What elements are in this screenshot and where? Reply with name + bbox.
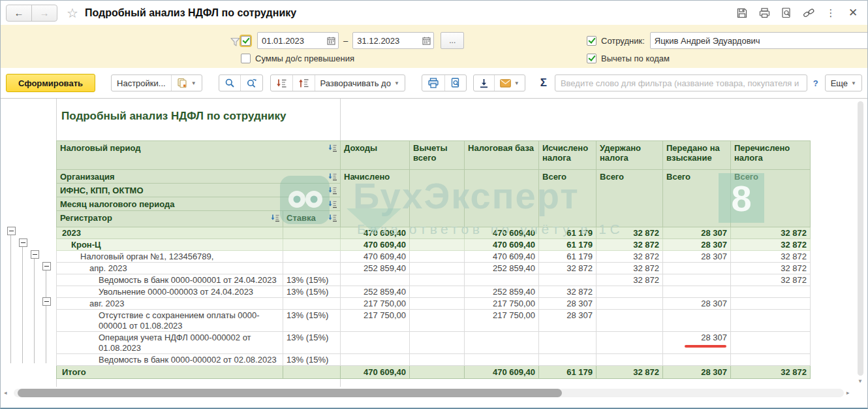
- header-accrued[interactable]: Начислено: [341, 170, 410, 227]
- cell-label[interactable]: Операция учета НДФЛ 0000-000002 от 01.08…: [57, 332, 283, 354]
- tree-collapse-button[interactable]: [19, 238, 27, 247]
- cell-transfer[interactable]: 32 872: [731, 227, 811, 239]
- cell-rate[interactable]: [283, 366, 341, 379]
- cell-base[interactable]: [465, 354, 539, 366]
- cell-income[interactable]: 252 859,40: [341, 263, 410, 274]
- cell-calc[interactable]: [539, 332, 597, 354]
- vertical-scrollbar-thumb[interactable]: [858, 101, 863, 376]
- search-next-icon[interactable]: [240, 75, 262, 91]
- cell-calc[interactable]: 28 307: [539, 310, 597, 332]
- funnel-icon[interactable]: [230, 37, 241, 50]
- employee-checkbox[interactable]: [587, 36, 597, 46]
- cell-calc[interactable]: 61 179: [539, 239, 597, 251]
- cell-withheld[interactable]: [597, 298, 663, 310]
- vscroll-down-arrow[interactable]: ▼: [858, 378, 863, 384]
- header-transferred-total[interactable]: Всего: [731, 170, 811, 227]
- period-options-button[interactable]: ...: [441, 32, 464, 49]
- cell-transfer[interactable]: [731, 332, 811, 354]
- cell-withheld[interactable]: 32 872: [597, 239, 663, 251]
- header-tax-period[interactable]: Налоговый период: [57, 141, 341, 170]
- search-icon[interactable]: [219, 75, 240, 91]
- cell-rate[interactable]: 13% (15%): [283, 274, 341, 286]
- cell-deduct[interactable]: [410, 298, 465, 310]
- cell-income[interactable]: [341, 274, 410, 286]
- header-withheld-total[interactable]: Всего: [597, 170, 663, 227]
- header-withheld[interactable]: Удержано налога: [597, 141, 663, 170]
- cell-collect[interactable]: 28 307: [663, 251, 731, 263]
- cell-calc[interactable]: 32 872: [539, 286, 597, 298]
- forward-button[interactable]: →: [31, 5, 57, 21]
- cell-deduct[interactable]: [410, 366, 465, 379]
- cell-collect[interactable]: [663, 274, 731, 286]
- print-preview-icon[interactable]: [444, 75, 466, 91]
- cell-deduct[interactable]: [410, 332, 465, 354]
- cell-rate[interactable]: 13% (15%): [283, 354, 341, 366]
- cell-transfer[interactable]: [731, 298, 811, 310]
- cell-withheld[interactable]: 32 872: [597, 251, 663, 263]
- header-empty[interactable]: [410, 170, 465, 227]
- save-icon[interactable]: [736, 7, 749, 20]
- header-empty[interactable]: [465, 170, 539, 227]
- cell-label[interactable]: Итого: [57, 366, 283, 379]
- cell-base[interactable]: 252 859,40: [465, 263, 539, 274]
- cell-collect[interactable]: 28 307: [663, 239, 731, 251]
- sort-icon[interactable]: [328, 144, 337, 154]
- cell-transfer[interactable]: 32 872: [731, 239, 811, 251]
- sort-icon[interactable]: [328, 186, 337, 197]
- cell-deduct[interactable]: [410, 263, 465, 274]
- cell-label[interactable]: 2023: [57, 227, 283, 239]
- hscroll-left-arrow[interactable]: ◂: [4, 389, 7, 396]
- cell-collect[interactable]: 28 307: [663, 227, 731, 239]
- cell-collect[interactable]: 28 307: [663, 332, 731, 354]
- calendar-icon[interactable]: [419, 37, 433, 45]
- header-month[interactable]: Месяц налогового периода: [57, 197, 341, 211]
- cell-deduct[interactable]: [410, 227, 465, 239]
- cell-withheld[interactable]: [597, 286, 663, 298]
- cell-withheld[interactable]: 32 872: [597, 227, 663, 239]
- period-checkbox[interactable]: [241, 36, 251, 46]
- cell-income[interactable]: [341, 332, 410, 354]
- header-transferred[interactable]: Перечислено налога: [731, 141, 811, 170]
- cell-collect[interactable]: [663, 354, 731, 366]
- close-icon[interactable]: ✕: [846, 7, 860, 20]
- header-rate[interactable]: Ставка: [283, 211, 341, 227]
- header-calculated-total[interactable]: Всего: [539, 170, 597, 227]
- cell-income[interactable]: 217 750,00: [341, 310, 410, 332]
- cell-base[interactable]: 217 750,00: [465, 298, 539, 310]
- back-button[interactable]: ←: [7, 5, 31, 21]
- print-report-icon[interactable]: [422, 75, 444, 91]
- cell-calc[interactable]: 61 179: [539, 251, 597, 263]
- tree-collapse-button[interactable]: [7, 227, 16, 235]
- date-from-input[interactable]: [258, 36, 324, 46]
- cell-deduct[interactable]: [410, 239, 465, 251]
- cell-withheld[interactable]: [597, 310, 663, 332]
- cell-rate[interactable]: [283, 239, 341, 251]
- sort-icon[interactable]: [328, 172, 337, 183]
- settings-button[interactable]: Настройки...: [112, 75, 171, 91]
- cell-income[interactable]: 470 609,40: [341, 239, 410, 251]
- deduction-codes-checkbox[interactable]: [587, 54, 597, 63]
- print-icon[interactable]: [758, 7, 771, 20]
- cell-transfer[interactable]: [731, 354, 811, 366]
- link-icon[interactable]: [802, 7, 815, 20]
- quick-filter-input[interactable]: [555, 74, 807, 91]
- cell-collect[interactable]: [663, 286, 731, 298]
- cell-calc[interactable]: 61 179: [539, 366, 597, 379]
- expand-groups-icon[interactable]: [292, 75, 315, 91]
- cell-withheld[interactable]: 32 872: [597, 263, 663, 274]
- horizontal-scrollbar-thumb[interactable]: [18, 389, 562, 397]
- cell-transfer[interactable]: 32 872: [731, 274, 811, 286]
- cell-income[interactable]: 217 750,00: [341, 298, 410, 310]
- header-organization[interactable]: Организация: [57, 170, 341, 184]
- favorite-star-icon[interactable]: ☆: [67, 7, 78, 20]
- sort-icon[interactable]: [270, 214, 280, 224]
- header-income[interactable]: Доходы: [341, 141, 410, 170]
- cell-rate[interactable]: [283, 298, 341, 310]
- horizontal-scrollbar[interactable]: [14, 389, 844, 397]
- cell-transfer[interactable]: 32 872: [731, 263, 811, 274]
- cell-transfer[interactable]: [731, 286, 811, 298]
- cell-label[interactable]: Отсутствие с сохранением оплаты 0000-000…: [57, 310, 283, 332]
- cell-label[interactable]: Налоговый орган №1, 123456789,: [57, 251, 283, 263]
- download-icon[interactable]: [474, 75, 494, 91]
- cell-deduct[interactable]: [410, 286, 465, 298]
